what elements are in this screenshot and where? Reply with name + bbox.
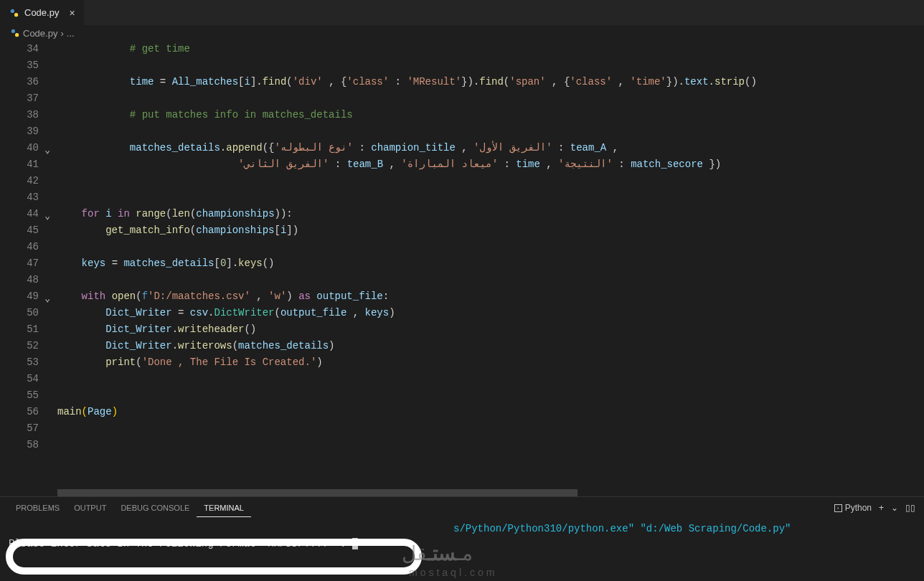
- python-file-icon: [9, 7, 20, 19]
- code-line[interactable]: [57, 239, 924, 255]
- fold-chevron-icon[interactable]: ⌄: [44, 290, 50, 307]
- code-line[interactable]: print('Done , The File Is Created.'): [57, 354, 924, 371]
- bottom-panel: PROBLEMS OUTPUT DEBUG CONSOLE TERMINAL ›…: [0, 496, 924, 581]
- horizontal-scrollbar[interactable]: [57, 489, 924, 496]
- code-line[interactable]: keys = matches_details[0].keys(): [57, 255, 924, 272]
- code-line[interactable]: Dict_Writer = csv.DictWriter(output_file…: [57, 305, 924, 321]
- line-number: 35: [0, 57, 39, 74]
- tab-code-py[interactable]: Code.py ×: [0, 0, 85, 25]
- code-line[interactable]: get_match_info(championships[i]): [57, 222, 924, 239]
- line-number: 36: [0, 74, 39, 90]
- line-number: 37: [0, 90, 39, 107]
- code-line[interactable]: Dict_Writer.writerows(matches_details): [57, 338, 924, 354]
- terminal-dropdown-icon[interactable]: ⌄: [891, 503, 898, 513]
- panel-tab-output[interactable]: OUTPUT: [67, 499, 113, 516]
- svg-point-0: [11, 9, 14, 12]
- split-terminal-icon[interactable]: ▯▯: [905, 503, 915, 513]
- panel-tabs: PROBLEMS OUTPUT DEBUG CONSOLE TERMINAL ›…: [0, 497, 924, 519]
- line-number: 45: [0, 222, 39, 239]
- breadcrumb[interactable]: Code.py › ...: [0, 25, 924, 41]
- code-line[interactable]: with open(f'D:/maatches.csv' , 'w') as o…: [57, 288, 924, 305]
- line-number: 39: [0, 123, 39, 140]
- code-line[interactable]: [57, 123, 924, 140]
- line-number: 48: [0, 272, 39, 288]
- code-line[interactable]: [57, 437, 924, 453]
- terminal-prompt-line: Please Enter Date In The Following Forma…: [9, 537, 915, 552]
- svg-point-1: [14, 13, 18, 16]
- line-number: 40⌄: [0, 140, 39, 156]
- launch-icon: ›: [834, 504, 842, 512]
- line-number: 47: [0, 255, 39, 272]
- terminal-body[interactable]: s/Python/Python310/python.exe" "d:/Web S…: [0, 519, 924, 581]
- line-number: 50: [0, 305, 39, 321]
- code-area[interactable]: # get time time = All_matches[i].find('d…: [52, 41, 924, 496]
- fold-chevron-icon[interactable]: ⌄: [44, 208, 50, 225]
- code-line[interactable]: [57, 420, 924, 437]
- python-file-icon: [10, 28, 20, 38]
- tab-filename: Code.py: [24, 7, 59, 18]
- line-number: 51: [0, 321, 39, 338]
- editor[interactable]: 34353637383940⌄41424344⌄4546474849⌄50515…: [0, 41, 924, 496]
- code-line[interactable]: # get time: [57, 41, 924, 57]
- line-number: 41: [0, 156, 39, 173]
- line-number: 34: [0, 41, 39, 57]
- tab-bar: Code.py ×: [0, 0, 924, 25]
- line-number: 53: [0, 354, 39, 371]
- svg-point-3: [15, 33, 19, 37]
- code-line[interactable]: [57, 371, 924, 387]
- code-line[interactable]: [57, 57, 924, 74]
- line-gutter: 34353637383940⌄41424344⌄4546474849⌄50515…: [0, 41, 52, 496]
- code-line[interactable]: time = All_matches[i].find('div' , {'cla…: [57, 74, 924, 90]
- code-line[interactable]: 'الفريق الثاني' : team_B , 'ميعاد المبار…: [57, 156, 924, 173]
- line-number: 44⌄: [0, 206, 39, 222]
- fold-chevron-icon[interactable]: ⌄: [44, 142, 50, 159]
- code-line[interactable]: [57, 387, 924, 404]
- terminal-cursor: [352, 538, 358, 549]
- svg-point-2: [11, 29, 15, 33]
- line-number: 58: [0, 437, 39, 453]
- terminal-line: s/Python/Python310/python.exe" "d:/Web S…: [9, 521, 915, 537]
- line-number: 49⌄: [0, 288, 39, 305]
- line-number: 52: [0, 338, 39, 354]
- breadcrumb-file: Code.py: [23, 28, 57, 39]
- breadcrumb-sep: ›: [60, 28, 63, 39]
- close-tab-icon[interactable]: ×: [69, 7, 75, 19]
- line-number: 56: [0, 404, 39, 420]
- code-line[interactable]: matches_details.append({'نوع البطوله' : …: [57, 140, 924, 156]
- code-line[interactable]: # put matches info in matches_details: [57, 107, 924, 123]
- line-number: 38: [0, 107, 39, 123]
- code-line[interactable]: for i in range(len(championships)):: [57, 206, 924, 222]
- code-line[interactable]: Dict_Writer.writeheader(): [57, 321, 924, 338]
- code-line[interactable]: main(Page): [57, 404, 924, 420]
- line-number: 57: [0, 420, 39, 437]
- breadcrumb-rest: ...: [67, 28, 75, 39]
- code-line[interactable]: [57, 173, 924, 189]
- line-number: 55: [0, 387, 39, 404]
- code-line[interactable]: [57, 90, 924, 107]
- code-line[interactable]: [57, 272, 924, 288]
- scrollbar-thumb[interactable]: [57, 489, 578, 496]
- line-number: 54: [0, 371, 39, 387]
- launch-profile-button[interactable]: › Python: [834, 503, 872, 513]
- panel-tab-problems[interactable]: PROBLEMS: [9, 499, 67, 516]
- line-number: 46: [0, 239, 39, 255]
- panel-tab-debug-console[interactable]: DEBUG CONSOLE: [113, 499, 197, 516]
- panel-tab-terminal[interactable]: TERMINAL: [197, 499, 251, 517]
- line-number: 42: [0, 173, 39, 189]
- line-number: 43: [0, 189, 39, 206]
- code-line[interactable]: [57, 189, 924, 206]
- new-terminal-button[interactable]: +: [879, 503, 884, 513]
